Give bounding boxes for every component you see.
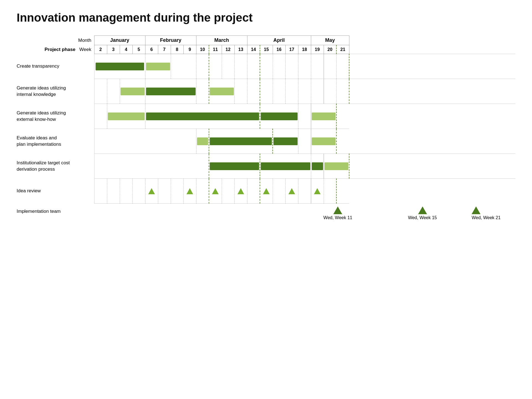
week-cell-2-8 <box>196 79 209 104</box>
impl-triangle-week21 <box>472 206 480 214</box>
week-cell-4-16 <box>298 129 311 154</box>
week-cell-2-9 <box>209 79 234 104</box>
task-row-create-transparency: Create transparency <box>17 54 515 79</box>
week-cell-ir-4 <box>145 179 158 204</box>
week-cell-5-empty1 <box>94 154 209 179</box>
impl-milestone-week15: Wed, Week 15 <box>375 204 469 220</box>
week-cell-1-17 <box>311 54 324 79</box>
task-row-institutionalize: Institutionalize target costderivation p… <box>17 154 515 179</box>
week-16: 16 <box>273 45 285 54</box>
week-cell-1-10 <box>222 54 234 79</box>
week-cell-2-4 <box>145 79 196 104</box>
week-7: 7 <box>158 45 171 54</box>
week-cell-ir-0 <box>94 179 107 204</box>
task-label-1: Create transparency <box>17 54 94 79</box>
week-cell-1-8 <box>196 54 209 79</box>
idea-review-triangle-6 <box>288 188 295 194</box>
week-cell-2-16 <box>298 79 311 104</box>
week-cell-ir-6 <box>171 179 183 204</box>
week-cell-2-14 <box>273 79 285 104</box>
week-3: 3 <box>107 45 120 54</box>
month-january: January <box>94 36 145 45</box>
week-cell-ir-19 <box>336 179 349 204</box>
idea-review-triangle-1 <box>148 188 155 194</box>
week-cell-1-4 <box>145 54 171 79</box>
task-label-idea-review: Idea review <box>17 179 94 204</box>
week-cell-1-0 <box>94 54 145 79</box>
week-cell-5-20 <box>349 154 515 179</box>
week-cell-2-1 <box>107 79 120 104</box>
week-cell-2-20 <box>349 79 515 104</box>
week-cell-ir-14 <box>273 179 285 204</box>
month-header-row: Month January February March April May <box>17 36 515 45</box>
week-cell-1-6 <box>171 54 196 79</box>
week-cell-3-13 <box>260 104 298 129</box>
week-9: 9 <box>183 45 196 54</box>
week-18: 18 <box>298 45 311 54</box>
week-10: 10 <box>196 45 209 54</box>
week-6: 6 <box>145 45 158 54</box>
gantt-chart: Month January February March April May P… <box>17 35 515 220</box>
impl-milestone-week21: Wed, Week 21 <box>469 204 515 220</box>
week-cell-ir-7 <box>183 179 196 204</box>
week-21: 21 <box>336 45 349 54</box>
week-header-row: Project phase Week 2 3 4 5 6 7 8 9 10 11… <box>17 45 515 54</box>
week-cell-1-15 <box>285 54 298 79</box>
week-cell-ir-17 <box>311 179 324 204</box>
task-row-generate-external: Generate ideas utilizingexternal know-ho… <box>17 104 515 129</box>
week-19: 19 <box>311 45 324 54</box>
week-cell-ir-2 <box>120 179 132 204</box>
week-cell-ir-13 <box>260 179 273 204</box>
week-4: 4 <box>120 45 132 54</box>
week-cell-1-18 <box>324 54 336 79</box>
week-cell-ir-3 <box>132 179 145 204</box>
task-row-idea-review: Idea review <box>17 179 515 204</box>
impl-label-week11: Wed, Week 11 <box>323 215 352 220</box>
week-cell-3-18 <box>311 104 336 129</box>
week-cell-1-20 <box>349 54 515 79</box>
week-cell-3-20 <box>336 104 349 129</box>
impl-label-week21: Wed, Week 21 <box>472 215 500 220</box>
week-cell-1-14 <box>273 54 285 79</box>
week-15: 15 <box>260 45 273 54</box>
implementation-team-row: Implementation team Wed, Week 11 Wed, We… <box>17 204 515 220</box>
week-cell-ir-9 <box>209 179 222 204</box>
task-label-3: Generate ideas utilizingexternal know-ho… <box>17 104 94 129</box>
page-title: Innovation management during the project <box>17 11 515 24</box>
week-cell-2-2 <box>120 79 145 104</box>
impl-label-week15: Wed, Week 15 <box>408 215 437 220</box>
week-cell-3-17 <box>298 104 311 129</box>
month-march: March <box>196 36 247 45</box>
week-cell-5-18 <box>324 154 349 179</box>
week-cell-1-9 <box>209 54 222 79</box>
impl-table: Implementation team Wed, Week 11 Wed, We… <box>17 204 515 220</box>
week-label: Week <box>79 47 91 52</box>
week-cell-ir-1 <box>107 179 120 204</box>
impl-milestone-week11: Wed, Week 11 <box>300 204 375 220</box>
week-cell-ir-16 <box>298 179 311 204</box>
week-13: 13 <box>234 45 247 54</box>
week-cell-1-11 <box>234 54 247 79</box>
month-february: February <box>145 36 196 45</box>
idea-review-triangle-5 <box>263 188 270 194</box>
week-cell-3-4 <box>145 104 260 129</box>
week-12: 12 <box>222 45 234 54</box>
week-2: 2 <box>94 45 107 54</box>
month-may: May <box>311 36 349 45</box>
task-row-evaluate: Evaluate ideas andplan implementations <box>17 129 515 154</box>
task-label-2: Generate ideas utilizinginternal knowled… <box>17 79 94 104</box>
week-cell-2-19 <box>336 79 349 104</box>
week-cell-4-20 <box>336 129 349 154</box>
week-cell-2-0 <box>94 79 107 104</box>
week-cell-2-18 <box>324 79 336 104</box>
week-cell-ir-15 <box>285 179 298 204</box>
impl-triangle-week11 <box>333 206 342 214</box>
idea-review-triangle-7 <box>314 188 321 194</box>
week-cell-ir-12 <box>247 179 260 204</box>
week-cell-2-11 <box>234 79 247 104</box>
week-11: 11 <box>209 45 222 54</box>
week-cell-4-9 <box>209 129 273 154</box>
idea-review-triangle-4 <box>237 188 244 194</box>
week-cell-ir-18 <box>324 179 336 204</box>
week-cell-5-17 <box>311 154 324 179</box>
